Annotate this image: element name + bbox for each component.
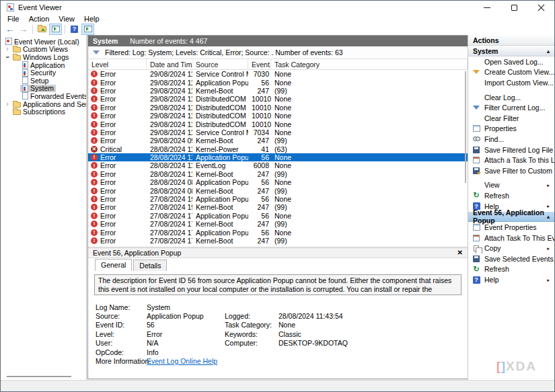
detail-close-icon[interactable]: ✕ [457,249,463,256]
table-row[interactable]: !Error27/08/2024 17...Application Popup5… [88,212,468,220]
event-viewer-window: Event Viewer FileActionViewHelp ←→? Even… [0,0,555,392]
source-cell: DistributedCOM [192,95,248,103]
collapsed-chevron-icon[interactable]: › [4,46,11,52]
help-button[interactable]: ? [68,24,81,35]
sidebar-item-subscriptions[interactable]: Subscriptions [1,108,86,116]
column-header-source[interactable]: Source [192,59,248,69]
event-log-online-help-link[interactable]: Event Log Online Help [147,357,225,365]
minimize-button[interactable] [474,1,501,14]
action-create-custom-view-[interactable]: Create Custom View... [468,67,554,78]
table-row[interactable]: !Error29/08/2024 11...DistributedCOM1001… [88,120,468,128]
action-save-filtered-log-file-as-[interactable]: Save Filtered Log File As... [468,145,554,155]
action-open-saved-log-[interactable]: Open Saved Log... [468,56,554,67]
sidebar-item-label: Forwarded Events [30,92,87,100]
show-console-tree-button[interactable] [49,24,62,35]
sidebar-item-custom-views[interactable]: ›Custom Views [1,46,86,54]
table-row[interactable]: !Error29/08/2024 11...DistributedCOM1001… [88,95,468,103]
table-row[interactable]: !Error29/08/2024 09...Kernel-Boot247(99) [88,136,468,145]
action-find-[interactable]: Find... [468,134,554,145]
action-clear-log-[interactable]: Clear Log... [468,92,554,103]
sidebar-item-applications-and-services-lo[interactable]: ›Applications and Services Lo [1,100,86,108]
show-action-pane-button[interactable] [81,24,94,35]
sidebar-item-security[interactable]: Security [1,69,86,77]
scrollbar-thumb[interactable] [465,71,466,183]
tree-node: Windows Logs [11,53,71,61]
action-import-custom-view-[interactable]: Import Custom View... [468,77,554,88]
task-category-cell: None [271,112,468,120]
action-view[interactable]: View▸ [468,180,554,191]
sidebar-item-event-viewer-local-[interactable]: Event Viewer (Local) [1,38,86,46]
menu-file[interactable]: File [3,15,24,23]
table-row[interactable]: !Error27/08/2024 17...Kernel-Boot247(99) [88,237,468,245]
action-filter-current-log-[interactable]: Filter Current Log... [468,102,554,113]
sidebar-item-forwarded-events[interactable]: Forwarded Events [1,92,86,100]
table-row[interactable]: !Error28/08/2024 08...Application Popup5… [88,178,468,186]
content: Event Viewer (Local)›Custom Views›Window… [1,35,554,380]
collapsed-chevron-icon[interactable]: › [4,101,11,108]
log-header: System Number of events: 4 467 [88,36,468,46]
action-properties[interactable]: Properties [468,124,554,134]
table-row[interactable]: !Error27/08/2024 19...Kernel-Boot247(99) [88,203,468,211]
table-row[interactable]: !Error28/08/2024 11...Application Popup5… [88,153,468,161]
table-row[interactable]: !Error28/08/2024 11...EventLog6008None [88,161,468,169]
table-row[interactable]: !Error27/08/2024 19...Application Popup5… [88,195,468,203]
menu-view[interactable]: View [54,15,79,23]
tab-details[interactable]: Details [133,260,167,271]
event-id-cell: 10010 [248,104,271,112]
menu-help[interactable]: Help [79,15,104,23]
action-copy[interactable]: Copy▸ [468,243,554,254]
action-attach-task-to-this-even-[interactable]: Attach Task To This Even... [468,233,554,243]
event-fields: Log Name:SystemSource:Application PopupL… [94,303,461,366]
collapse-arrow-icon[interactable]: ▴ [547,48,550,54]
column-header-date-and-time[interactable]: Date and Time [147,59,192,69]
error-icon: ! [91,237,98,244]
action-attach-a-task-to-this-log-[interactable]: Attach a Task To this Log... [468,155,554,165]
table-row[interactable]: !Error29/08/2024 11...Application Popup5… [88,78,468,86]
table-row[interactable]: !Error29/08/2024 11...DistributedCOM1001… [88,112,468,120]
table-row[interactable]: !Error29/08/2024 11...DistributedCOM1001… [88,104,468,112]
back-button[interactable]: ← [3,24,16,35]
tab-general[interactable]: General [95,259,132,271]
action-section-event-56-application-popup[interactable]: Event 56, Application Popup▴ [468,212,554,222]
level-label: Error [100,212,116,220]
table-row[interactable]: !Error28/08/2024 08...Kernel-Boot247(99) [88,186,468,194]
sidebar-item-windows-logs[interactable]: ›Windows Logs [1,53,86,61]
table-row[interactable]: !Error28/08/2024 11...Kernel-Boot247(99) [88,170,468,178]
action-refresh[interactable]: ↻Refresh [468,264,554,275]
event-id-cell: 247 [248,87,271,95]
sidebar-item-system[interactable]: System [1,85,86,93]
error-icon: ! [91,137,98,144]
table-row[interactable]: !Error29/08/2024 11...Service Control Ma… [88,70,468,78]
collapse-arrow-icon[interactable]: ▴ [547,214,550,220]
table-row[interactable]: !Error29/08/2024 11...Kernel-Boot247(99) [88,87,468,95]
event-list-scrollbar[interactable] [464,71,466,245]
table-row[interactable]: !Error27/08/2024 17...Application Popup5… [88,228,468,236]
column-header-level[interactable]: Level [88,59,147,69]
table-row[interactable]: ✕Critical28/08/2024 11...Kernel-Power41(… [88,145,468,153]
expanded-chevron-icon[interactable]: › [4,54,11,61]
close-button[interactable] [527,1,554,14]
action-section-system[interactable]: System▴ [468,46,554,56]
forward-button[interactable]: → [17,24,30,35]
table-row[interactable]: !Error29/08/2024 11...Service Control Ma… [88,128,468,136]
column-header-task-category[interactable]: Task Category [271,59,468,69]
tree-horizontal-scrollbar[interactable] [7,376,71,377]
level-cell: !Error [88,170,147,178]
table-row[interactable]: !Error27/08/2024 17...Kernel-Boot247(99) [88,220,468,228]
action-clear-filter[interactable]: Clear Filter [468,113,554,124]
level-label: Error [100,203,116,211]
level-cell: !Error [88,161,147,169]
menu-action[interactable]: Action [24,15,54,23]
sidebar-item-application[interactable]: Application [1,61,86,69]
action-save-selected-events-[interactable]: Save Selected Events... [468,253,554,264]
action-save-filter-to-custom-vi-[interactable]: Save Filter to Custom Vi... [468,165,554,176]
field-value: None [279,321,461,329]
date-cell: 28/08/2024 08... [147,178,192,186]
column-header-event-[interactable]: Event... [248,59,271,69]
action-help[interactable]: ?Help▸ [468,274,554,285]
sidebar-item-setup[interactable]: Setup [1,77,86,85]
maximize-button[interactable] [501,1,527,14]
open-saved-log-button[interactable] [36,24,48,35]
action-refresh[interactable]: ↻Refresh [468,190,554,201]
level-cell: !Error [88,220,147,228]
